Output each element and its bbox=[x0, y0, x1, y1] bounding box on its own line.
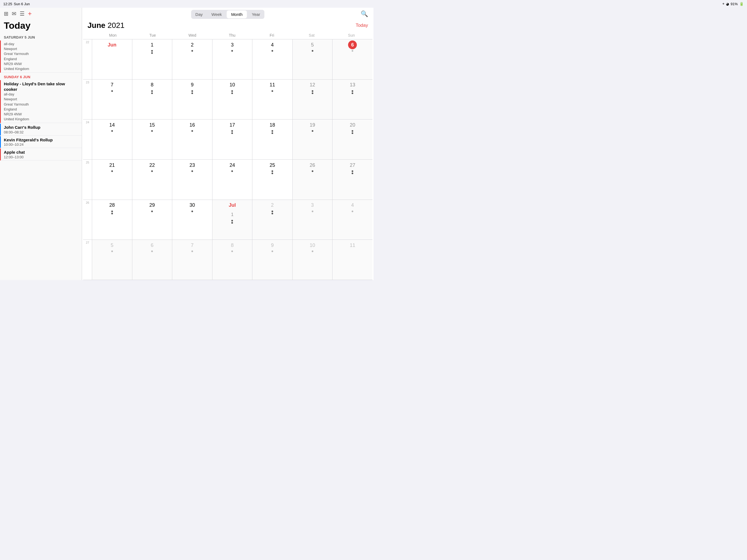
calendar-day-jun14[interactable]: 14 bbox=[92, 120, 132, 159]
calendar-day-jun20[interactable]: 20 bbox=[332, 120, 372, 159]
calendar-day-jul11[interactable]: 11 bbox=[332, 240, 372, 280]
calendar-day-jun24[interactable]: 24 bbox=[212, 160, 252, 200]
calendar-day-jun6[interactable]: 6 bbox=[332, 40, 372, 79]
week-num-26: 26 bbox=[83, 200, 92, 240]
calendar-day-jun12[interactable]: 12 bbox=[292, 80, 333, 120]
day-number-jul8: 8 bbox=[228, 241, 236, 250]
event-dot bbox=[352, 170, 353, 172]
event-dot bbox=[272, 50, 273, 52]
day-number-jul11: 11 bbox=[348, 241, 357, 250]
day-number-5: 5 bbox=[308, 41, 317, 49]
event-dot bbox=[272, 173, 273, 174]
week-num-27: 27 bbox=[83, 240, 92, 280]
calendar-day-jun10[interactable]: 10 bbox=[212, 80, 252, 120]
calendar-day-jul7[interactable]: 7 bbox=[172, 240, 212, 280]
event-kevin-fitzgerald[interactable]: Kevin Fitzgerald's Rollup 10:00–10:24 bbox=[0, 136, 82, 148]
view-year-button[interactable]: Year bbox=[248, 10, 264, 19]
day-number-14: 14 bbox=[108, 121, 117, 129]
event-dot bbox=[111, 213, 113, 214]
calendar-day-jun19[interactable]: 19 bbox=[292, 120, 333, 159]
calendar-day-jul6[interactable]: 6 bbox=[132, 240, 172, 280]
day-number-jul3: 3 bbox=[308, 201, 317, 210]
day-header-tue: Tue bbox=[133, 32, 172, 39]
calendar-day-jun15[interactable]: 15 bbox=[132, 120, 172, 159]
calendar-day-jun26[interactable]: 26 bbox=[292, 160, 333, 200]
calendar-day-jun4[interactable]: 4 bbox=[252, 40, 292, 79]
view-month-button[interactable]: Month bbox=[227, 10, 247, 18]
event-dot bbox=[231, 251, 233, 252]
calendar-day-jun13[interactable]: 13 bbox=[332, 80, 372, 120]
event-dot bbox=[231, 132, 233, 134]
calendar-week-23: 23 7 8 9 10 bbox=[83, 80, 372, 120]
calendar-main: Day Week Month Year 🔍 June 2021 Today Mo… bbox=[82, 0, 374, 280]
day-number-7: 7 bbox=[108, 81, 117, 90]
calendar-day-jun18[interactable]: 18 bbox=[252, 120, 292, 159]
event-dot bbox=[111, 90, 113, 92]
day-header-fri: Fri bbox=[252, 32, 292, 39]
event-dot bbox=[151, 90, 153, 92]
day-number-1: 1 bbox=[148, 41, 156, 49]
event-dot bbox=[352, 132, 353, 134]
calendar-day-jul5[interactable]: 5 bbox=[92, 240, 132, 280]
inbox-icon[interactable]: ✉ bbox=[12, 10, 17, 17]
calendar-day-jun2[interactable]: 2 bbox=[172, 40, 212, 79]
calendar-day-jul3[interactable]: 3 bbox=[292, 200, 333, 240]
month-label-jul: Jul bbox=[228, 201, 236, 210]
day-number-15: 15 bbox=[148, 121, 156, 129]
event-apple-chat[interactable]: Apple chat 12:00–13:00 bbox=[0, 149, 82, 160]
calendar-day-jul-label[interactable]: Jul 1 bbox=[212, 200, 252, 240]
day-number-10: 10 bbox=[228, 81, 236, 90]
day-headers: Mon Tue Wed Thu Fri Sat Sun bbox=[83, 32, 372, 40]
calendar-day-jun17[interactable]: 17 bbox=[212, 120, 252, 159]
view-day-button[interactable]: Day bbox=[191, 10, 207, 19]
view-week-button[interactable]: Week bbox=[207, 10, 226, 19]
calendar-day-jun3[interactable]: 3 bbox=[212, 40, 252, 79]
calendar-day-jun5[interactable]: 5 bbox=[292, 40, 333, 79]
event-dot bbox=[312, 210, 313, 212]
calendar-day-jun22[interactable]: 22 bbox=[132, 160, 172, 200]
calendar-day-jun28[interactable]: 28 bbox=[92, 200, 132, 240]
day-number-24: 24 bbox=[228, 161, 236, 170]
search-button[interactable]: 🔍 bbox=[361, 10, 368, 18]
calendar-day-jun9[interactable]: 9 bbox=[172, 80, 212, 120]
calendar-day-jul10[interactable]: 10 bbox=[292, 240, 333, 280]
calendar-day-jul4[interactable]: 4 bbox=[332, 200, 372, 240]
calendar-day-jun27[interactable]: 27 bbox=[332, 160, 372, 200]
event-dot bbox=[151, 93, 153, 94]
sidebar-today-header: Today bbox=[0, 19, 82, 34]
calendar-day-jul8[interactable]: 8 bbox=[212, 240, 252, 280]
event-saturday-allday[interactable]: all-dayNewportGreat YarmouthEnglandNR29 … bbox=[0, 41, 82, 73]
calendar-day-jul9[interactable]: 9 bbox=[252, 240, 292, 280]
event-john-carr[interactable]: John Carr's Rollup 08:00–08:32 bbox=[0, 124, 82, 136]
event-dot bbox=[231, 222, 233, 224]
day-number-28: 28 bbox=[108, 201, 117, 210]
calendar-day-jun16[interactable]: 16 bbox=[172, 120, 212, 159]
sidebar: ⊞ ✉ ☰ + Today SATURDAY 5 JUN all-dayNewp… bbox=[0, 0, 82, 280]
section-header-saturday: SATURDAY 5 JUN bbox=[0, 34, 82, 41]
calendar-day-jun29[interactable]: 29 bbox=[132, 200, 172, 240]
event-dot bbox=[191, 50, 193, 52]
calendar-day-jun25[interactable]: 25 bbox=[252, 160, 292, 200]
calendar-day-jul2[interactable]: 2 bbox=[252, 200, 292, 240]
calendar-day-jun-label[interactable]: Jun bbox=[92, 40, 132, 79]
day-number-9: 9 bbox=[188, 81, 197, 90]
event-dot bbox=[352, 210, 353, 212]
day-number-jul2: 2 bbox=[268, 201, 277, 210]
calendar-day-jun11[interactable]: 11 bbox=[252, 80, 292, 120]
add-icon[interactable]: + bbox=[28, 10, 32, 18]
event-holiday[interactable]: Holiday - Lloyd's Den take slow cooker a… bbox=[0, 80, 82, 123]
event-dot bbox=[191, 130, 193, 132]
event-dot bbox=[151, 210, 153, 212]
today-button[interactable]: Today bbox=[356, 23, 368, 28]
list-icon[interactable]: ☰ bbox=[20, 10, 25, 17]
day-header-wed: Wed bbox=[173, 32, 212, 39]
calendar-day-jun21[interactable]: 21 bbox=[92, 160, 132, 200]
calendar-day-jun1[interactable]: 1 bbox=[132, 40, 172, 79]
calendar-day-jun30[interactable]: 30 bbox=[172, 200, 212, 240]
calendar-day-jun23[interactable]: 23 bbox=[172, 160, 212, 200]
grid-icon[interactable]: ⊞ bbox=[4, 10, 8, 17]
day-number-19: 19 bbox=[308, 121, 317, 129]
calendar-day-jun7[interactable]: 7 bbox=[92, 80, 132, 120]
calendar-day-jun8[interactable]: 8 bbox=[132, 80, 172, 120]
day-number-jul10: 10 bbox=[308, 241, 317, 250]
